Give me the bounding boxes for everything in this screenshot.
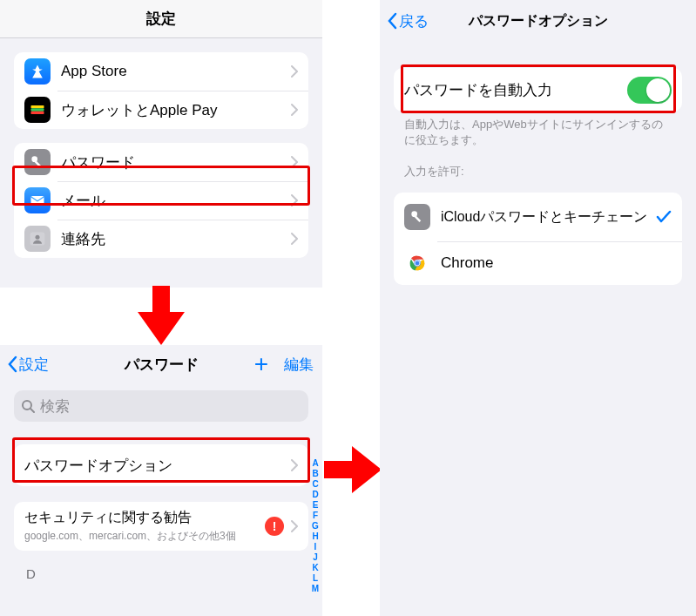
search-icon: [21, 399, 35, 413]
passwords-navbar: 設定 パスワード + 編集: [0, 345, 322, 383]
alert-badge-icon: !: [265, 517, 284, 536]
autofill-group: パスワードを自動入力: [394, 68, 682, 112]
passwords-panel: 設定 パスワード + 編集 検索 パスワードオプション セキュリティに関する勧告…: [0, 345, 322, 616]
row-password-options[interactable]: パスワードオプション: [14, 444, 308, 486]
appstore-icon: [24, 58, 51, 85]
settings-navbar: 設定: [0, 0, 322, 38]
svg-rect-2: [31, 112, 44, 114]
back-label: 戻る: [399, 11, 429, 31]
search-placeholder: 検索: [40, 396, 70, 416]
sources-group: iCloudパスワードとキーチェーン Chrome: [394, 193, 682, 285]
edit-button[interactable]: 編集: [284, 355, 314, 375]
row-icloud-keychain[interactable]: iCloudパスワードとキーチェーン: [394, 193, 682, 241]
svg-rect-4: [35, 160, 42, 167]
index-letter[interactable]: E: [313, 500, 319, 511]
row-appstore[interactable]: App Store: [14, 52, 308, 91]
key-icon: [404, 204, 430, 230]
row-appstore-label: App Store: [61, 63, 291, 80]
index-letter[interactable]: F: [313, 511, 318, 521]
chrome-label: Chrome: [441, 254, 672, 272]
index-letter[interactable]: C: [312, 479, 318, 490]
svg-rect-1: [31, 108, 44, 111]
settings-panel: 設定 App Store ウォレットとApple Pay: [0, 0, 322, 288]
chevron-right-icon: [291, 156, 298, 168]
section-index-letter: D: [0, 551, 322, 581]
row-password-options-label: パスワードオプション: [24, 456, 291, 476]
password-options-panel: 戻る パスワードオプション パスワードを自動入力 自動入力は、AppやWebサイ…: [380, 0, 696, 616]
password-options-group: パスワードオプション: [14, 444, 308, 486]
index-letter[interactable]: J: [313, 552, 318, 563]
chevron-right-icon: [291, 194, 298, 206]
row-mail[interactable]: メール: [14, 181, 308, 220]
svg-line-9: [30, 409, 34, 412]
chrome-icon: [404, 250, 430, 276]
index-letter[interactable]: I: [314, 542, 317, 552]
autofill-caption: 自動入力は、AppやWebサイトにサインインするのに役立ちます。: [380, 112, 696, 148]
arrow-right-icon: [324, 446, 382, 493]
svg-rect-0: [31, 105, 44, 108]
row-chrome[interactable]: Chrome: [394, 241, 682, 285]
index-strip[interactable]: ABCDEFGHIJKLM: [310, 345, 321, 616]
row-contacts-label: 連絡先: [61, 229, 291, 249]
chevron-right-icon: [291, 65, 298, 78]
key-icon: [24, 149, 51, 175]
back-settings-button[interactable]: 設定: [0, 355, 49, 375]
svg-point-7: [36, 235, 40, 240]
row-password-label: パスワード: [61, 152, 291, 173]
chevron-left-icon: [7, 355, 17, 373]
index-letter[interactable]: M: [312, 584, 319, 594]
row-wallet[interactable]: ウォレットとApple Pay: [14, 91, 308, 129]
chevron-right-icon: [291, 104, 298, 116]
svg-point-14: [415, 261, 420, 266]
contacts-icon: [24, 226, 51, 252]
index-letter[interactable]: H: [312, 531, 318, 542]
options-navbar: 戻る パスワードオプション: [380, 0, 696, 42]
row-contacts[interactable]: 連絡先: [14, 220, 308, 258]
back-button[interactable]: 戻る: [380, 11, 429, 31]
index-letter[interactable]: L: [313, 573, 318, 584]
add-password-button[interactable]: +: [254, 352, 268, 376]
index-letter[interactable]: K: [312, 563, 318, 573]
chevron-left-icon: [387, 12, 397, 30]
back-settings-label: 設定: [19, 355, 49, 375]
row-password[interactable]: パスワード: [14, 143, 308, 181]
svg-rect-5: [31, 196, 44, 205]
mail-icon: [24, 187, 51, 213]
security-group: セキュリティに関する勧告 google.com、mercari.com、およびそ…: [14, 502, 308, 551]
security-title: セキュリティに関する勧告: [24, 509, 265, 527]
index-letter[interactable]: D: [312, 490, 318, 500]
chevron-right-icon: [291, 520, 298, 532]
autofill-toggle[interactable]: [627, 77, 672, 104]
svg-rect-11: [415, 215, 422, 222]
autofill-label: パスワードを自動入力: [404, 80, 627, 100]
row-security-recommendations[interactable]: セキュリティに関する勧告 google.com、mercari.com、およびそ…: [14, 502, 308, 551]
settings-group-accounts: パスワード メール 連絡先: [14, 143, 308, 258]
settings-title: 設定: [0, 9, 322, 29]
settings-group-store: App Store ウォレットとApple Pay: [14, 52, 308, 129]
checkmark-icon: [656, 210, 672, 224]
row-autofill-toggle: パスワードを自動入力: [394, 68, 682, 112]
chevron-right-icon: [291, 233, 298, 245]
chevron-right-icon: [291, 459, 298, 471]
index-letter[interactable]: A: [312, 458, 318, 469]
arrow-down-icon: [138, 286, 185, 345]
icloud-label: iCloudパスワードとキーチェーン: [441, 208, 656, 226]
allow-from-header: 入力を許可:: [380, 148, 696, 183]
wallet-icon: [24, 97, 51, 123]
index-letter[interactable]: B: [312, 469, 318, 479]
security-subtitle: google.com、mercari.com、およびその他3個: [24, 529, 265, 544]
row-wallet-label: ウォレットとApple Pay: [61, 100, 291, 120]
row-mail-label: メール: [61, 191, 291, 211]
search-input[interactable]: 検索: [14, 390, 308, 422]
index-letter[interactable]: G: [312, 521, 319, 531]
